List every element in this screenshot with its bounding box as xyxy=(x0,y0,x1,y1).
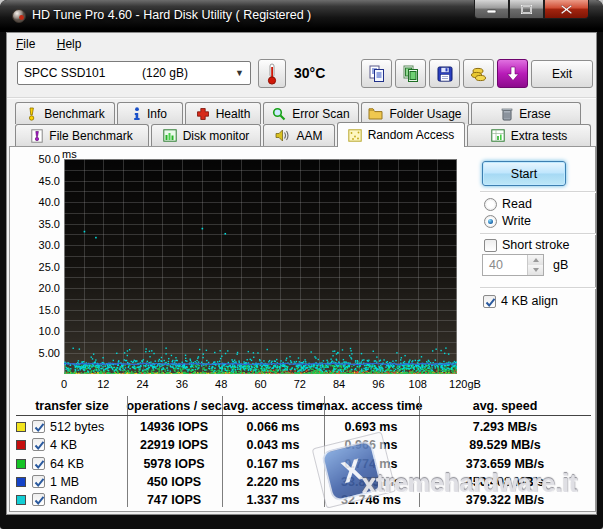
tab-label: Disk monitor xyxy=(183,129,250,143)
coins-icon xyxy=(470,65,488,83)
transfer-size-label: 1 MB xyxy=(50,475,79,489)
series-color-swatch xyxy=(16,477,26,487)
drive-model: SPCC SSD101 xyxy=(24,66,142,80)
copy-image-button[interactable] xyxy=(395,59,426,88)
table-row: 64 KB5978 IOPS0.167 ms0.774 ms373.659 MB… xyxy=(10,455,597,473)
y-tick-label: 25.0 xyxy=(12,261,60,273)
cell-avg: 0.066 ms xyxy=(247,420,300,434)
stepper-down-button[interactable] xyxy=(528,265,543,275)
x-tick-label: 72 xyxy=(294,378,306,390)
tab-info[interactable]: Info xyxy=(117,102,183,124)
series-checkbox[interactable] xyxy=(32,438,45,451)
read-label: Read xyxy=(502,197,532,211)
short-stroke-label: Short stroke xyxy=(502,238,569,252)
write-radio[interactable] xyxy=(484,215,497,228)
temperature-value: 30°C xyxy=(294,65,325,81)
series-checkbox[interactable] xyxy=(32,475,45,488)
short-stroke-option[interactable]: Short stroke xyxy=(484,238,569,252)
file-benchmark-icon xyxy=(31,129,43,143)
series-color-swatch xyxy=(16,422,26,432)
x-tick-label: 120gB xyxy=(449,378,481,390)
copy-text-button[interactable] xyxy=(361,59,392,88)
temperature-button[interactable] xyxy=(258,59,286,88)
read-option[interactable]: Read xyxy=(484,197,532,211)
close-button[interactable] xyxy=(544,0,589,19)
tab-folder-usage[interactable]: Folder Usage xyxy=(361,102,469,124)
aam-icon xyxy=(275,129,290,142)
series-checkbox[interactable] xyxy=(32,493,45,506)
tab-label: AAM xyxy=(296,129,322,143)
x-tick-label: 96 xyxy=(372,378,384,390)
separator xyxy=(480,233,596,235)
tab-aam[interactable]: AAM xyxy=(263,124,335,146)
tab-label: Erase xyxy=(519,107,550,121)
align-option[interactable]: 4 KB align xyxy=(483,294,558,308)
cell-speed: 450.408 MB/s xyxy=(466,475,545,489)
table-header: avg. access time xyxy=(223,399,322,413)
tab-label: Error Scan xyxy=(292,107,349,121)
stroke-size-stepper[interactable]: 40 xyxy=(482,254,544,276)
cell-speed: 373.659 MB/s xyxy=(466,457,545,471)
align-checkbox[interactable] xyxy=(483,295,496,308)
cell-speed: 89.529 MB/s xyxy=(469,438,541,452)
stepper-up-button[interactable] xyxy=(528,255,543,265)
health-icon xyxy=(196,107,210,121)
error-scan-icon xyxy=(272,107,286,121)
x-tick-label: 0 xyxy=(61,378,67,390)
tab-extra-tests[interactable]: Extra tests xyxy=(467,124,591,146)
table-row: 1 MB450 IOPS2.220 ms33.875 ms450.408 MB/… xyxy=(10,473,597,491)
table-row: Random747 IOPS1.337 ms32.746 ms379.322 M… xyxy=(10,491,597,509)
client-area: File Help SPCC SSD101 (120 gB) ▼ 30°C xyxy=(6,32,597,515)
triangle-up-icon xyxy=(533,258,539,262)
tab-label: Random Access xyxy=(368,128,455,142)
start-button[interactable]: Start xyxy=(482,161,566,186)
x-tick-label: 84 xyxy=(333,378,345,390)
transfer-size-label: Random xyxy=(50,493,97,507)
tab-label: Extra tests xyxy=(511,129,568,143)
drive-selector[interactable]: SPCC SSD101 (120 gB) ▼ xyxy=(17,61,251,85)
tab-benchmark[interactable]: Benchmark xyxy=(15,102,115,124)
stroke-size-value: 40 xyxy=(483,255,527,275)
y-tick-label: 40.0 xyxy=(12,196,60,208)
cell-ops: 14936 IOPS xyxy=(140,420,208,434)
y-tick-label: 45.0 xyxy=(12,175,60,187)
tab-label: Folder Usage xyxy=(389,107,461,121)
donate-button[interactable] xyxy=(463,59,494,88)
info-icon xyxy=(133,107,141,121)
cell-avg: 1.337 ms xyxy=(247,493,300,507)
benchmark-icon xyxy=(25,107,38,121)
y-tick-label: 5.00 xyxy=(12,347,60,359)
series-checkbox[interactable] xyxy=(32,457,45,470)
menu-bar: File Help xyxy=(7,33,596,55)
tab-label: File Benchmark xyxy=(49,129,132,143)
cell-max: 0.966 ms xyxy=(345,438,398,452)
start-label: Start xyxy=(511,167,537,181)
copy-icon xyxy=(368,65,386,83)
align-label: 4 KB align xyxy=(501,294,558,308)
tab-error-scan[interactable]: Error Scan xyxy=(263,102,359,124)
tab-erase[interactable]: Erase xyxy=(471,102,581,124)
x-tick-label: 48 xyxy=(215,378,227,390)
tab-disk-monitor[interactable]: Disk monitor xyxy=(151,124,261,146)
maximize-button[interactable] xyxy=(509,0,544,19)
write-option[interactable]: Write xyxy=(484,214,531,228)
short-stroke-checkbox[interactable] xyxy=(484,239,497,252)
menu-file[interactable]: File xyxy=(7,33,44,54)
update-button[interactable] xyxy=(497,59,528,88)
copy-image-icon xyxy=(402,65,420,83)
series-checkbox[interactable] xyxy=(32,420,45,433)
read-radio[interactable] xyxy=(484,198,497,211)
menu-help[interactable]: Help xyxy=(48,33,91,54)
x-tick-label: 36 xyxy=(176,378,188,390)
tab-file-benchmark[interactable]: File Benchmark xyxy=(15,124,149,146)
transfer-size-label: 64 KB xyxy=(50,457,84,471)
toolbar-separator xyxy=(7,97,596,99)
tab-random-access[interactable]: Random Access xyxy=(337,122,465,147)
save-button[interactable] xyxy=(429,59,460,88)
minimize-button[interactable] xyxy=(474,0,509,19)
tab-health[interactable]: Health xyxy=(185,102,261,124)
extra-tests-icon xyxy=(491,129,505,142)
exit-button[interactable]: Exit xyxy=(531,60,593,88)
title-bar[interactable]: HD Tune Pro 4.60 - Hard Disk Utility ( R… xyxy=(0,0,603,32)
cell-avg: 0.043 ms xyxy=(247,438,300,452)
